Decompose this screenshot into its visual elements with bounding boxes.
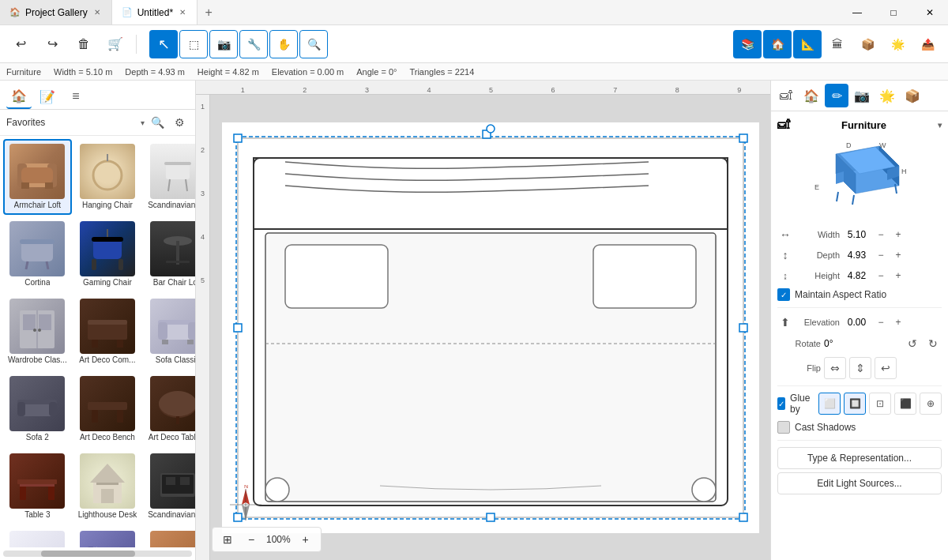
list-item[interactable]: Wardrobe Clas... <box>3 294 72 370</box>
rp-tab-camera[interactable]: 📷 <box>850 84 874 107</box>
redo-button[interactable]: ↪ <box>38 30 66 58</box>
edit-light-sources-button[interactable]: Edit Light Sources... <box>777 472 942 494</box>
rp-tab-light[interactable]: 🌟 <box>875 84 899 107</box>
floor-plan[interactable] <box>222 122 759 533</box>
elevation-increase[interactable]: + <box>891 315 905 329</box>
list-item[interactable]: Lilia <box>3 526 72 547</box>
tab-project-gallery[interactable]: 🏠 Project Gallery ✕ <box>0 0 112 24</box>
section-chevron-icon[interactable]: ▾ <box>938 121 942 130</box>
close-tab-untitled[interactable]: ✕ <box>178 6 187 18</box>
canvas-area[interactable]: 1 2 3 4 5 6 7 8 9 1 2 3 4 5 <box>196 81 770 560</box>
view-render-btn[interactable]: 🌟 <box>883 30 912 58</box>
list-item[interactable]: Art Deco Com... <box>73 294 142 370</box>
maximize-button[interactable]: □ <box>875 0 912 25</box>
view-2d-btn[interactable]: 📚 <box>733 30 762 58</box>
list-item[interactable]: bed prince <box>143 526 195 547</box>
zoom-out-button[interactable]: − <box>243 531 260 548</box>
minimize-button[interactable]: — <box>839 0 875 25</box>
list-item[interactable]: Sofa Classic <box>143 294 195 370</box>
mode-buttons: ↖ ⬚ 📷 🔧 ✋ 🔍 <box>149 30 328 58</box>
add-tab-button[interactable]: + <box>198 2 220 24</box>
item-image <box>80 376 135 431</box>
item-image <box>80 144 135 199</box>
layers-button[interactable]: ⊞ <box>219 531 236 548</box>
item-image <box>9 221 65 276</box>
list-item[interactable]: Bar Chair Loft <box>143 216 195 292</box>
glue-icon-wall[interactable]: 🔲 <box>844 393 866 415</box>
rp-tab-room[interactable]: 🏠 <box>799 84 823 107</box>
camera-tool[interactable]: 📷 <box>209 30 238 58</box>
item-label: Sofa 2 <box>26 433 49 442</box>
aspect-ratio-checkbox[interactable]: ✓ <box>777 288 790 301</box>
list-item[interactable]: Scandinavian B... <box>143 449 195 524</box>
panel-tab-home[interactable]: 🏠 <box>6 84 32 109</box>
scrollbar-horizontal[interactable] <box>3 551 192 557</box>
view-items-btn[interactable]: 📦 <box>853 30 882 58</box>
tab-untitled[interactable]: 📄 Untitled* ✕ <box>112 0 198 24</box>
type-representation-button[interactable]: Type & Representation... <box>777 447 942 469</box>
close-tab-gallery[interactable]: ✕ <box>92 6 102 18</box>
flip-vertical-button[interactable]: ⇕ <box>849 357 871 379</box>
list-item[interactable]: Armchair Loft <box>3 139 72 215</box>
height-icon: ↨ <box>777 268 793 284</box>
cast-shadows-checkbox[interactable] <box>777 421 790 434</box>
list-item[interactable]: Scandinavian C... <box>143 139 195 215</box>
search-button[interactable]: 🔍 <box>148 113 167 132</box>
glue-icon-other[interactable]: ⬛ <box>894 393 916 415</box>
rp-tab-object[interactable]: 📦 <box>901 84 924 107</box>
list-item[interactable]: Art Deco Bench <box>73 371 142 447</box>
depth-decrease[interactable]: − <box>874 248 888 262</box>
glue-by-checkbox[interactable]: ✓ <box>777 397 785 410</box>
depth-increase[interactable]: + <box>891 248 905 262</box>
list-item[interactable]: Sofa 2 <box>3 371 72 447</box>
list-item[interactable]: Art Deco Table 2 <box>143 371 195 447</box>
svg-rect-43 <box>49 402 57 416</box>
info-height: Height = 4.82 m <box>198 67 259 77</box>
list-item[interactable]: Gaming Chair <box>73 216 142 292</box>
item-image <box>150 144 195 199</box>
glue-icon-snap[interactable]: ⊕ <box>920 393 942 415</box>
tools-tool[interactable]: 🔧 <box>239 30 268 58</box>
width-decrease[interactable]: − <box>874 227 888 242</box>
width-row: ↔ Width 5.10 − + <box>777 227 942 242</box>
view-3d-btn[interactable]: 🏠 <box>763 30 792 58</box>
objects-tool[interactable]: ⬚ <box>179 30 208 58</box>
glue-icon-floor[interactable]: ⬜ <box>818 393 841 415</box>
filter-button[interactable]: ⚙ <box>170 113 189 132</box>
rotate-ccw-button[interactable]: ↺ <box>904 335 921 352</box>
item-label: Bar Chair Loft <box>153 278 195 288</box>
view-plan-btn[interactable]: 📐 <box>793 30 822 58</box>
view-elevation-btn[interactable]: 🏛 <box>823 30 852 58</box>
ruler-left: 1 2 3 4 5 <box>196 95 210 560</box>
zoom-tool[interactable]: 🔍 <box>299 30 328 58</box>
height-decrease[interactable]: − <box>874 269 888 283</box>
canvas-drawing-area[interactable]: N <box>210 95 770 560</box>
rp-tab-edit[interactable]: ✏ <box>825 84 848 107</box>
rotate-cw-button[interactable]: ↻ <box>924 335 942 352</box>
trash-button[interactable]: 🗑 <box>70 30 98 58</box>
zoom-in-button[interactable]: + <box>297 531 314 548</box>
rp-tab-furniture[interactable]: 🛋 <box>774 84 798 107</box>
cart-button[interactable]: 🛒 <box>101 30 130 58</box>
list-item[interactable]: Table 3 <box>3 449 72 524</box>
panel-tab-edit[interactable]: 📝 <box>35 84 60 109</box>
list-item[interactable]: Hanging Chair <box>73 139 142 215</box>
glue-icon-ceil[interactable]: ⊡ <box>869 393 891 415</box>
select-tool[interactable]: ↖ <box>149 30 178 58</box>
close-button[interactable]: ✕ <box>912 0 948 25</box>
scrollbar-thumb[interactable] <box>41 551 136 557</box>
undo-button[interactable]: ↩ <box>6 30 35 58</box>
flip-reset-button[interactable]: ↩ <box>875 357 897 379</box>
list-item[interactable]: Lighthouse Desk <box>73 449 142 524</box>
width-increase[interactable]: + <box>891 227 905 242</box>
elevation-decrease[interactable]: − <box>874 315 888 329</box>
flip-horizontal-button[interactable]: ⇔ <box>824 357 846 379</box>
view-export-btn[interactable]: 📤 <box>913 30 942 58</box>
list-item[interactable]: Kids Bed 4 <box>73 526 142 547</box>
pan-tool[interactable]: ✋ <box>269 30 298 58</box>
list-item[interactable]: Cortina <box>3 216 72 292</box>
item-image <box>9 531 65 547</box>
svg-rect-32 <box>92 340 98 348</box>
panel-tab-menu[interactable]: ≡ <box>63 84 88 109</box>
height-increase[interactable]: + <box>891 269 905 283</box>
